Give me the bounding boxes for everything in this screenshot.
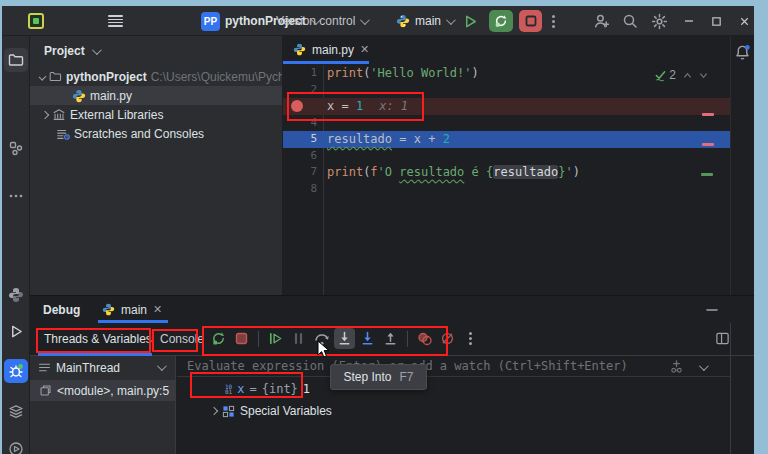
add-watch-icon[interactable]	[669, 359, 684, 374]
line-number[interactable]: 5	[283, 131, 317, 148]
line-number[interactable]: 7	[283, 164, 317, 181]
run-button[interactable]	[463, 6, 478, 36]
more-tool-windows-button[interactable]	[4, 184, 28, 208]
stop-icon	[525, 15, 537, 27]
python-console-tool-button[interactable]	[4, 283, 28, 307]
profiler-icon	[8, 441, 24, 454]
code-line[interactable]: 8	[283, 181, 730, 198]
close-tab-icon[interactable]: ✕	[360, 43, 369, 56]
folder-icon	[49, 69, 62, 84]
run-config-widget[interactable]: main	[396, 6, 453, 36]
thread-icon	[38, 361, 51, 374]
code-line[interactable]: 5resultado = x + 2	[283, 131, 730, 148]
rerun-icon	[494, 14, 508, 28]
resume-icon	[268, 331, 283, 346]
tree-item-root[interactable]: pythonProject C:\Users\Quickemu\Pycharm	[30, 67, 282, 86]
line-number[interactable]: 1	[283, 65, 317, 82]
python-file-icon	[72, 89, 86, 103]
force-step-into-button[interactable]	[357, 328, 378, 349]
kebab-icon	[469, 337, 472, 340]
thread-selector[interactable]: MainThread	[30, 357, 176, 378]
tree-item-scratches[interactable]: Scratches and Consoles	[30, 124, 282, 143]
settings-button[interactable]	[651, 6, 668, 36]
tab-threads-variables[interactable]: Threads & Variables	[44, 323, 152, 355]
layout-settings-button[interactable]	[715, 331, 730, 346]
step-out-button[interactable]	[380, 328, 401, 349]
stop-button[interactable]	[231, 328, 252, 349]
debug-session-tab[interactable]: main ✕	[102, 296, 162, 323]
chevron-down-icon	[157, 361, 167, 371]
version-control-widget[interactable]: Version control	[276, 6, 367, 36]
hide-debug-button[interactable]	[706, 308, 718, 312]
code-line[interactable]: 1print('Hello World!')	[283, 65, 730, 82]
debug-tool-button[interactable]	[4, 359, 28, 383]
step-into-button[interactable]	[334, 328, 355, 349]
project-panel-header[interactable]: Project	[44, 44, 99, 58]
project-badge: PP	[201, 12, 220, 31]
editor[interactable]: main.py ✕ 2 1print('Hello World!')2x = 1…	[283, 36, 730, 295]
tab-label: Console	[160, 332, 204, 346]
search-everywhere-button[interactable]	[622, 6, 638, 36]
rerun-debug-button[interactable]	[489, 10, 513, 32]
maximize-window-button[interactable]	[711, 6, 722, 36]
variable-type: {int}	[262, 382, 298, 396]
rerun-button[interactable]	[208, 328, 229, 349]
debug-title: Debug	[43, 296, 80, 323]
code-line[interactable]: x = 1x: 1	[283, 98, 730, 115]
step-out-icon	[383, 331, 398, 346]
code-line[interactable]: 6	[283, 148, 730, 165]
run-tool-button[interactable]	[4, 319, 28, 343]
tree-item-label: External Libraries	[70, 108, 163, 122]
view-breakpoints-button[interactable]	[414, 328, 435, 349]
run-config-name: main	[415, 14, 441, 28]
tree-item-external-libraries[interactable]: External Libraries	[30, 105, 282, 124]
breakpoints-icon	[417, 331, 433, 347]
kebab-icon	[552, 20, 555, 23]
special-variables-row[interactable]: Special Variables	[211, 404, 332, 418]
more-actions-button[interactable]	[552, 6, 555, 36]
chevron-down-icon	[360, 15, 370, 25]
editor-tab-bar: main.py ✕	[283, 36, 730, 63]
line-number[interactable]: 6	[283, 148, 317, 165]
variables-pane: Evaluate expression (Enter) or add a wat…	[177, 356, 730, 454]
version-control-label: Version control	[276, 14, 355, 28]
mute-breakpoints-button[interactable]	[437, 328, 458, 349]
scrollbar-error-mark[interactable]	[702, 143, 714, 146]
main-menu-button[interactable]	[108, 6, 123, 36]
tab-console[interactable]: Console	[160, 323, 204, 355]
tab-main-py[interactable]: main.py ✕	[283, 36, 379, 63]
breakpoint-icon[interactable]	[291, 100, 303, 112]
profiler-tool-button[interactable]	[4, 437, 28, 454]
stop-button[interactable]	[519, 10, 542, 32]
collapsed-icon	[210, 407, 218, 415]
code-text: x = 1x: 1	[327, 98, 730, 115]
tree-item-main-py[interactable]: main.py	[30, 86, 282, 105]
tooltip-label: Step Into	[343, 370, 391, 384]
minimize-window-button[interactable]	[683, 6, 695, 36]
structure-icon	[8, 140, 24, 156]
variable-row[interactable]: 1001 x = {int} 1	[225, 382, 310, 396]
scrollbar-ok-mark[interactable]	[701, 173, 713, 176]
chevron-down-icon[interactable]	[699, 361, 709, 371]
line-number[interactable]: 4	[283, 115, 317, 132]
structure-tool-button[interactable]	[4, 136, 28, 160]
stack-frame-row[interactable]: <module>, main.py:5	[30, 380, 176, 401]
code-line[interactable]: 2	[283, 82, 730, 99]
evaluate-expression-field[interactable]: Evaluate expression (Enter) or add a wat…	[177, 356, 730, 377]
hamburger-icon	[108, 14, 123, 28]
pause-button[interactable]	[288, 328, 309, 349]
notifications-button[interactable]	[734, 44, 751, 61]
code-line[interactable]: 7print(f'O resultado é {resultado}')	[283, 164, 730, 181]
scrollbar-error-mark[interactable]	[702, 113, 714, 116]
code-area[interactable]: 1print('Hello World!')2x = 1x: 145result…	[283, 65, 730, 295]
services-tool-button[interactable]	[4, 399, 28, 423]
line-number[interactable]: 8	[283, 181, 317, 198]
code-line[interactable]: 4	[283, 115, 730, 132]
close-tab-icon[interactable]: ✕	[153, 303, 162, 316]
resume-button[interactable]	[265, 328, 286, 349]
project-tool-button[interactable]	[4, 48, 28, 72]
debug-more-button[interactable]	[460, 328, 481, 349]
code-with-me-button[interactable]	[593, 6, 610, 36]
line-number[interactable]: 2	[283, 82, 317, 99]
close-window-button[interactable]	[739, 6, 750, 36]
